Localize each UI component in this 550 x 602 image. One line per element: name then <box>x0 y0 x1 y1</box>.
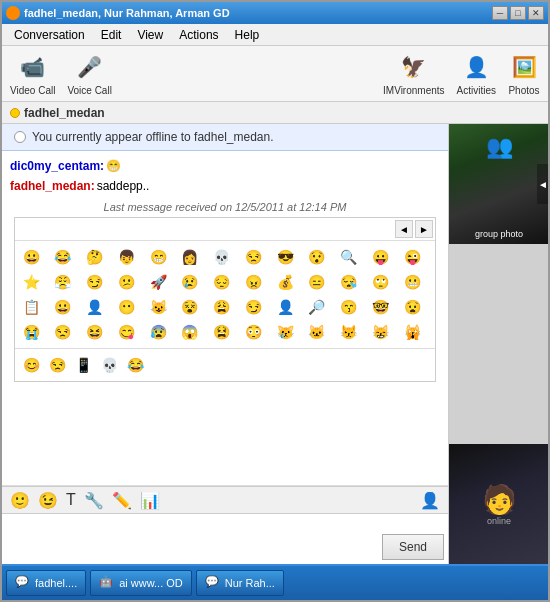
taskbar: 💬 fadhel.... 🤖 ai www... OD 💬 Nur Rah... <box>2 564 548 600</box>
wink-button[interactable]: 😉 <box>38 491 58 510</box>
contact-bar: fadhel_medan <box>2 102 548 124</box>
emoji-49[interactable]: 🐱 <box>305 320 329 344</box>
message-row-1: dic0my_centam: 😁 <box>10 159 440 177</box>
message-timestamp: Last message received on 12/5/2011 at 12… <box>10 201 440 213</box>
emoji-bottom-2[interactable]: 😒 <box>45 353 69 377</box>
emoji-26[interactable]: 😬 <box>400 270 424 294</box>
emoji-27[interactable]: 📋 <box>19 295 43 319</box>
emoji-next-button[interactable]: ► <box>415 220 433 238</box>
emoji-28[interactable]: 😀 <box>51 295 75 319</box>
emoji-bottom-1[interactable]: 😊 <box>19 353 43 377</box>
emoji-47[interactable]: 😳 <box>241 320 265 344</box>
contact-name: fadhel_medan <box>24 106 105 120</box>
font-button[interactable]: T <box>66 491 76 509</box>
menu-view[interactable]: View <box>129 26 171 44</box>
emoji-1[interactable]: 😀 <box>19 245 43 269</box>
avatar-image-top: 👥 group photo ◄ <box>449 124 548 244</box>
emoji-15[interactable]: 😤 <box>51 270 75 294</box>
share-button[interactable]: 📊 <box>140 491 160 510</box>
photos-button[interactable]: 🖼️ Photos <box>508 51 540 96</box>
emoji-button[interactable]: 🙂 <box>10 491 30 510</box>
voice-call-icon: 🎤 <box>74 51 106 83</box>
emoji-5[interactable]: 😁 <box>146 245 170 269</box>
emoji-36[interactable]: 🔎 <box>305 295 329 319</box>
emoji-6[interactable]: 👩 <box>178 245 202 269</box>
emoji-19[interactable]: 😢 <box>178 270 202 294</box>
taskbar-item-2[interactable]: 🤖 ai www... OD <box>90 570 192 596</box>
emoji-3[interactable]: 🤔 <box>83 245 107 269</box>
video-call-label: Video Call <box>10 85 55 96</box>
menu-edit[interactable]: Edit <box>93 26 130 44</box>
emoji-8[interactable]: 😒 <box>241 245 265 269</box>
send-button[interactable]: Send <box>382 534 444 560</box>
emoji-41[interactable]: 😒 <box>51 320 75 344</box>
emoji-18[interactable]: 🚀 <box>146 270 170 294</box>
emoji-44[interactable]: 😰 <box>146 320 170 344</box>
menu-bar: Conversation Edit View Actions Help <box>2 24 548 46</box>
emoji-13[interactable]: 😜 <box>400 245 424 269</box>
emoji-20[interactable]: 😔 <box>210 270 234 294</box>
emoji-24[interactable]: 😪 <box>337 270 361 294</box>
emoji-38[interactable]: 🤓 <box>368 295 392 319</box>
maximize-button[interactable]: □ <box>510 6 526 20</box>
menu-conversation[interactable]: Conversation <box>6 26 93 44</box>
emoji-52[interactable]: 🙀 <box>400 320 424 344</box>
emoji-4[interactable]: 👦 <box>114 245 138 269</box>
emoji-29[interactable]: 👤 <box>83 295 107 319</box>
emoji-7[interactable]: 💀 <box>210 245 234 269</box>
video-call-button[interactable]: 📹 Video Call <box>10 51 55 96</box>
emoji-46[interactable]: 😫 <box>210 320 234 344</box>
menu-help[interactable]: Help <box>227 26 268 44</box>
person-button[interactable]: 👤 <box>420 491 440 510</box>
emoji-40[interactable]: 😭 <box>19 320 43 344</box>
emoji-30[interactable]: 😶 <box>114 295 138 319</box>
emoji-33[interactable]: 😩 <box>210 295 234 319</box>
emoji-16[interactable]: 😏 <box>83 270 107 294</box>
voice-call-button[interactable]: 🎤 Voice Call <box>67 51 111 96</box>
emoji-9[interactable]: 😎 <box>273 245 297 269</box>
taskbar-label-1: fadhel.... <box>35 577 77 589</box>
emoji-12[interactable]: 😛 <box>368 245 392 269</box>
emoji-48[interactable]: 😿 <box>273 320 297 344</box>
emoji-10[interactable]: 😯 <box>305 245 329 269</box>
emoji-bottom-5[interactable]: 😂 <box>123 353 147 377</box>
emoji-42[interactable]: 😆 <box>83 320 107 344</box>
emoji-11[interactable]: 🔍 <box>337 245 361 269</box>
message-input[interactable] <box>6 520 378 560</box>
emoji-23[interactable]: 😑 <box>305 270 329 294</box>
emoji-14[interactable]: ⭐ <box>19 270 43 294</box>
emoji-22[interactable]: 💰 <box>273 270 297 294</box>
close-button[interactable]: ✕ <box>528 6 544 20</box>
emoji-31[interactable]: 😺 <box>146 295 170 319</box>
pen-button[interactable]: ✏️ <box>112 491 132 510</box>
emoji-39[interactable]: 😧 <box>400 295 424 319</box>
emoji-37[interactable]: 😙 <box>337 295 361 319</box>
main-window: fadhel_medan, Nur Rahman, Arman GD ─ □ ✕… <box>0 0 550 602</box>
emoji-25[interactable]: 🙄 <box>368 270 392 294</box>
activities-button[interactable]: 👤 Activities <box>457 51 496 96</box>
emoji-32[interactable]: 😵 <box>178 295 202 319</box>
taskbar-item-3[interactable]: 💬 Nur Rah... <box>196 570 284 596</box>
tools-button[interactable]: 🔧 <box>84 491 104 510</box>
emoji-17[interactable]: 😕 <box>114 270 138 294</box>
sender-1: dic0my_centam: <box>10 159 104 173</box>
side-panel-arrow[interactable]: ◄ <box>537 164 548 204</box>
emoji-35[interactable]: 👤 <box>273 295 297 319</box>
messages-area[interactable]: dic0my_centam: 😁 fadhel_medan: saddepp..… <box>2 151 448 486</box>
emoji-43[interactable]: 😋 <box>114 320 138 344</box>
emoji-21[interactable]: 😠 <box>241 270 265 294</box>
minimize-button[interactable]: ─ <box>492 6 508 20</box>
imvironments-button[interactable]: 🦅 IMVironments <box>383 51 445 96</box>
emoji-51[interactable]: 😸 <box>368 320 392 344</box>
taskbar-item-1[interactable]: 💬 fadhel.... <box>6 570 86 596</box>
emoji-2[interactable]: 😂 <box>51 245 75 269</box>
emoji-bottom-4[interactable]: 💀 <box>97 353 121 377</box>
msg-text-2: saddepp.. <box>97 179 150 193</box>
emoji-50[interactable]: 😾 <box>337 320 361 344</box>
photos-label: Photos <box>508 85 539 96</box>
menu-actions[interactable]: Actions <box>171 26 226 44</box>
emoji-34[interactable]: 😏 <box>241 295 265 319</box>
emoji-45[interactable]: 😱 <box>178 320 202 344</box>
emoji-bottom-3[interactable]: 📱 <box>71 353 95 377</box>
emoji-prev-button[interactable]: ◄ <box>395 220 413 238</box>
